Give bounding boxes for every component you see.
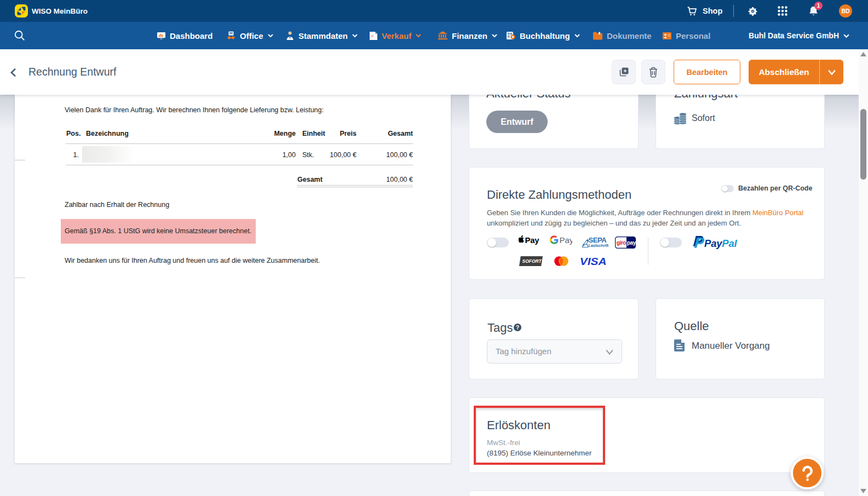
svg-text:PayPal: PayPal (704, 238, 738, 249)
svg-text:pay: pay (627, 240, 636, 246)
svg-text:Pay: Pay (525, 235, 540, 245)
svg-text:SOFORT: SOFORT (522, 258, 542, 264)
svg-text:VISA: VISA (580, 256, 607, 267)
svg-text:Lastschrift: Lastschrift (589, 243, 609, 248)
svg-text:Pay: Pay (560, 235, 573, 245)
svg-text:giro: giro (617, 240, 626, 246)
